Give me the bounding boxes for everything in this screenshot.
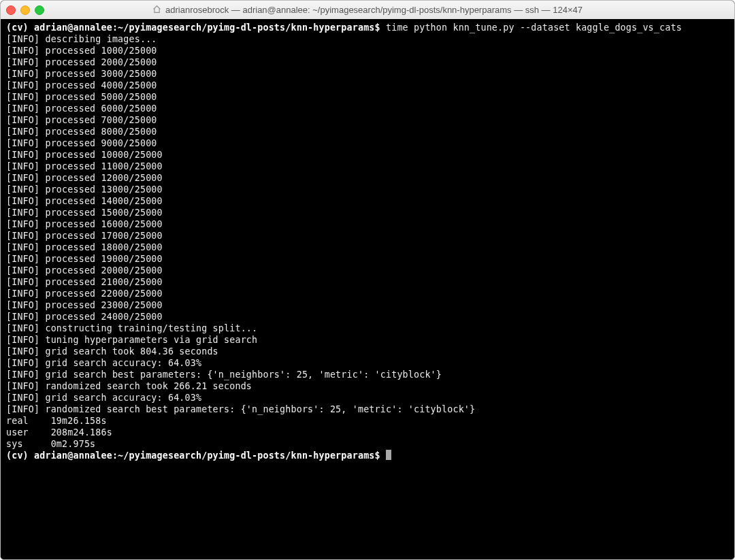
zoom-icon[interactable] [35, 5, 44, 15]
timing-sys: sys 0m2.975s [6, 438, 729, 450]
info-line: [INFO] processed 7000/25000 [6, 114, 729, 126]
titlebar[interactable]: adrianrosebrock — adrian@annalee: ~/pyim… [1, 1, 734, 20]
info-line: [INFO] processed 22000/25000 [6, 288, 729, 299]
info-line: [INFO] describing images... [6, 33, 729, 45]
info-line: [INFO] processed 3000/25000 [6, 68, 729, 80]
info-line: [INFO] processed 5000/25000 [6, 91, 729, 103]
prompt-text: (cv) adrian@annalee:~/pyimagesearch/pyim… [6, 450, 386, 461]
info-line: [INFO] grid search took 804.36 seconds [6, 346, 729, 357]
info-line: [INFO] processed 8000/25000 [6, 126, 729, 137]
command-text: time python knn_tune.py --dataset kaggle… [386, 22, 682, 33]
info-line: [INFO] processed 23000/25000 [6, 299, 729, 311]
info-line: [INFO] tuning hyperparameters via grid s… [6, 334, 729, 346]
info-line: [INFO] processed 14000/25000 [6, 195, 729, 207]
info-line: [INFO] processed 2000/25000 [6, 56, 729, 68]
info-line: [INFO] grid search accuracy: 64.03% [6, 392, 729, 403]
info-line: [INFO] processed 9000/25000 [6, 137, 729, 149]
terminal-viewport[interactable]: (cv) adrian@annalee:~/pyimagesearch/pyim… [1, 19, 734, 559]
info-line: [INFO] processed 12000/25000 [6, 172, 729, 184]
timing-user: user 208m24.186s [6, 427, 729, 438]
info-line: [INFO] constructing training/testing spl… [6, 323, 729, 334]
info-line: [INFO] processed 20000/25000 [6, 265, 729, 276]
info-line: [INFO] processed 19000/25000 [6, 253, 729, 265]
prompt-line-2: (cv) adrian@annalee:~/pyimagesearch/pyim… [6, 450, 729, 461]
info-line: [INFO] processed 10000/25000 [6, 149, 729, 161]
info-line: [INFO] processed 13000/25000 [6, 184, 729, 195]
timing-real: real 19m26.158s [6, 415, 729, 427]
home-icon [152, 5, 161, 15]
terminal-window: adrianrosebrock — adrian@annalee: ~/pyim… [0, 0, 735, 560]
info-line: [INFO] processed 1000/25000 [6, 45, 729, 56]
info-line: [INFO] grid search best parameters: {'n_… [6, 369, 729, 380]
info-line: [INFO] processed 6000/25000 [6, 103, 729, 114]
info-line: [INFO] processed 16000/25000 [6, 218, 729, 230]
info-line: [INFO] processed 21000/25000 [6, 276, 729, 288]
prompt-text: (cv) adrian@annalee:~/pyimagesearch/pyim… [6, 22, 386, 33]
title-area: adrianrosebrock — adrian@annalee: ~/pyim… [1, 1, 734, 19]
info-line: [INFO] processed 17000/25000 [6, 230, 729, 242]
info-line: [INFO] randomized search best parameters… [6, 403, 729, 415]
info-line: [INFO] processed 24000/25000 [6, 311, 729, 323]
window-title: adrianrosebrock — adrian@annalee: ~/pyim… [165, 5, 583, 15]
info-line: [INFO] grid search accuracy: 64.03% [6, 357, 729, 369]
minimize-icon[interactable] [20, 5, 30, 15]
cursor-icon [386, 450, 391, 460]
info-line: [INFO] processed 18000/25000 [6, 242, 729, 253]
info-line: [INFO] processed 11000/25000 [6, 161, 729, 172]
info-line: [INFO] randomized search took 266.21 sec… [6, 380, 729, 392]
info-line: [INFO] processed 4000/25000 [6, 80, 729, 91]
close-icon[interactable] [6, 5, 16, 15]
traffic-lights [6, 5, 44, 15]
info-line: [INFO] processed 15000/25000 [6, 207, 729, 218]
prompt-line-1: (cv) adrian@annalee:~/pyimagesearch/pyim… [6, 22, 729, 33]
